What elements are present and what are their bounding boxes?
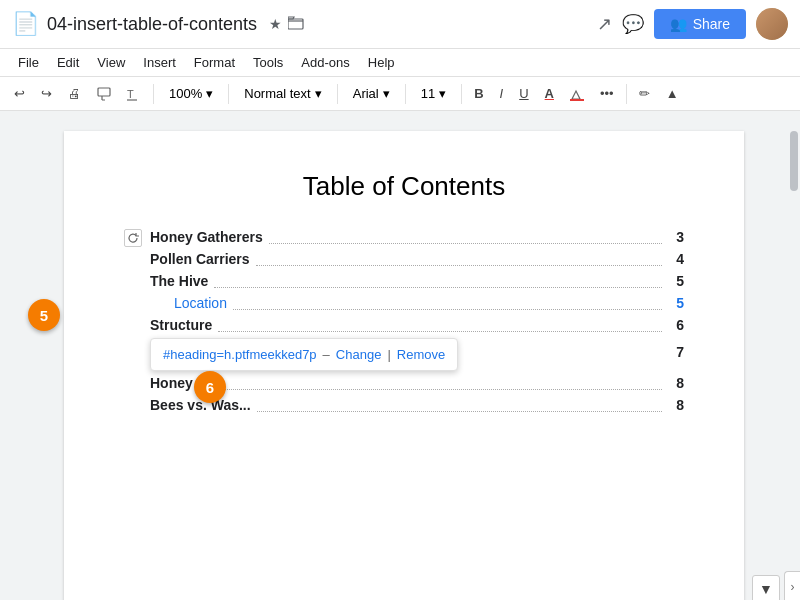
share-button[interactable]: 👥 Share <box>654 9 746 39</box>
document-page: Table of Contents Honey Gatherers 3 <box>64 131 744 600</box>
refresh-toc-button[interactable] <box>124 229 142 247</box>
nav-down-button[interactable]: ▼ <box>752 575 780 600</box>
toc-page-7: 7 <box>676 344 684 360</box>
separator-3 <box>337 84 338 104</box>
toc-row: Pollen Carriers 4 <box>150 248 684 270</box>
svg-text:T: T <box>127 88 134 100</box>
toc-entry-text[interactable]: The Hive <box>150 273 208 289</box>
toc-row: Honey Gatherers 3 <box>150 226 684 248</box>
undo-button[interactable]: ↩ <box>8 82 31 105</box>
toc-page-number: 4 <box>668 251 684 267</box>
menu-tools[interactable]: Tools <box>245 51 291 74</box>
content-area: Table of Contents Honey Gatherers 3 <box>0 111 800 600</box>
bold-button[interactable]: B <box>468 82 489 105</box>
doc-icon: 📄 <box>12 11 39 37</box>
toc-dots <box>199 376 662 390</box>
bottom-nav: ▼ <box>752 575 780 600</box>
font-dropdown[interactable]: Arial ▾ <box>344 81 399 106</box>
separator-1 <box>153 84 154 104</box>
tooltip-url[interactable]: #heading=h.ptfmeekked7p <box>163 347 317 362</box>
document-title: Table of Contents <box>124 171 684 202</box>
toc-entry-text[interactable]: Pollen Carriers <box>150 251 250 267</box>
tooltip-change[interactable]: Change <box>336 347 382 362</box>
toc-dots <box>269 230 662 244</box>
redo-button[interactable]: ↪ <box>35 82 58 105</box>
toc-entry-text[interactable]: Honey Gatherers <box>150 229 263 245</box>
print-button[interactable]: 🖨 <box>62 82 87 105</box>
tooltip-row: #heading=h.ptfmeekked7p – Change | Remov… <box>150 336 684 372</box>
spellcheck-button[interactable]: T <box>121 83 147 105</box>
toc-dots <box>256 252 662 266</box>
toc-container: Honey Gatherers 3 Pollen Carriers 4 The … <box>150 226 684 416</box>
fontsize-dropdown[interactable]: 11 ▾ <box>412 81 455 106</box>
link-tooltip: #heading=h.ptfmeekked7p – Change | Remov… <box>150 338 458 371</box>
toc-row: Location 5 <box>150 292 684 314</box>
menu-format[interactable]: Format <box>186 51 243 74</box>
tooltip-pipe: | <box>387 347 390 362</box>
toc-dots <box>257 398 662 412</box>
toc-row: Honey 8 <box>150 372 684 394</box>
left-panel <box>0 111 20 600</box>
right-collapse-button[interactable]: › <box>784 571 800 600</box>
step-badge-5: 5 <box>28 299 60 331</box>
scroll-thumb[interactable] <box>790 131 798 191</box>
svg-rect-1 <box>98 88 110 96</box>
style-dropdown[interactable]: Normal text ▾ <box>235 81 330 106</box>
edit-mode-button[interactable]: ✏ <box>633 82 656 105</box>
paint-format-button[interactable] <box>91 83 117 105</box>
title-bar-right: ↗ 💬 👥 Share <box>597 8 788 40</box>
collapse-toolbar-button[interactable]: ▲ <box>660 82 685 105</box>
title-actions: ★ <box>269 16 304 33</box>
folder-icon[interactable] <box>288 16 304 33</box>
doc-title: 04-insert-table-of-contents <box>47 14 257 35</box>
toc-page-number: 5 <box>668 295 684 311</box>
share-icon: 👥 <box>670 16 687 32</box>
toc-entry-text-indented[interactable]: Location <box>150 295 227 311</box>
toc-page-number: 8 <box>668 397 684 413</box>
text-color-button[interactable]: A <box>539 82 560 105</box>
toc-row: The Hive 5 <box>150 270 684 292</box>
menu-help[interactable]: Help <box>360 51 403 74</box>
toolbar: ↩ ↪ 🖨 T 100% ▾ Normal text ▾ Arial ▾ 11 … <box>0 77 800 111</box>
toc-dots <box>214 274 662 288</box>
menu-file[interactable]: File <box>10 51 47 74</box>
separator-2 <box>228 84 229 104</box>
separator-5 <box>461 84 462 104</box>
tooltip-remove[interactable]: Remove <box>397 347 445 362</box>
highlight-button[interactable] <box>564 83 590 105</box>
toc-dots <box>218 318 662 332</box>
right-scrollbar[interactable] <box>788 111 800 600</box>
menu-edit[interactable]: Edit <box>49 51 87 74</box>
page-container[interactable]: Table of Contents Honey Gatherers 3 <box>20 111 788 600</box>
menu-bar: File Edit View Insert Format Tools Add-o… <box>0 49 800 77</box>
zoom-dropdown[interactable]: 100% ▾ <box>160 81 222 106</box>
avatar[interactable] <box>756 8 788 40</box>
separator-4 <box>405 84 406 104</box>
menu-insert[interactable]: Insert <box>135 51 184 74</box>
toc-row: Bees vs. Was... 8 <box>150 394 684 416</box>
step-badge-6: 6 <box>194 371 226 403</box>
menu-view[interactable]: View <box>89 51 133 74</box>
toc-page-number: 3 <box>668 229 684 245</box>
separator-6 <box>626 84 627 104</box>
toc-entry-text[interactable]: Structure <box>150 317 212 333</box>
toc-page-number: 6 <box>668 317 684 333</box>
toc-dots <box>233 296 662 310</box>
toc-page-number: 8 <box>668 375 684 391</box>
toc-page-number: 5 <box>668 273 684 289</box>
menu-addons[interactable]: Add-ons <box>293 51 357 74</box>
underline-button[interactable]: U <box>513 82 534 105</box>
italic-button[interactable]: I <box>494 82 510 105</box>
toc-row: Structure 6 <box>150 314 684 336</box>
star-icon[interactable]: ★ <box>269 16 282 32</box>
tooltip-separator: – <box>323 347 330 362</box>
toc-entry-text[interactable]: Honey <box>150 375 193 391</box>
comment-icon[interactable]: 💬 <box>622 13 644 35</box>
more-button[interactable]: ••• <box>594 82 620 105</box>
title-bar: 📄 04-insert-table-of-contents ★ ↗ 💬 👥 Sh… <box>0 0 800 49</box>
trend-icon[interactable]: ↗ <box>597 13 612 35</box>
